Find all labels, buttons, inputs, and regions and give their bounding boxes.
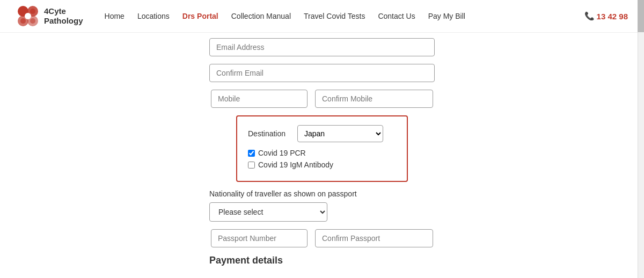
nav-collection-manual[interactable]: Collection Manual: [231, 12, 291, 20]
svg-point-6: [30, 9, 35, 14]
covid-pcr-row: Covid 19 PCR: [248, 149, 396, 157]
phone-icon: 📞: [584, 11, 595, 21]
mobile-input[interactable]: [211, 90, 308, 108]
nav-links: Home Locations Drs Portal Collection Man…: [105, 12, 584, 20]
covid-pcr-label: Covid 19 PCR: [258, 149, 306, 157]
covid-pcr-checkbox[interactable]: [248, 150, 255, 157]
logo-brand-top: 4Cyte: [44, 6, 83, 16]
confirm-mobile-input[interactable]: [315, 90, 433, 108]
destination-select[interactable]: Japan Australia USA UK: [297, 125, 383, 142]
form-section: Destination Japan Australia USA UK Covid…: [0, 38, 644, 272]
logo: 4Cyte Pathology: [16, 4, 83, 28]
nationality-select[interactable]: Please select Australian Japanese: [209, 202, 327, 222]
nationality-label: Nationality of traveller as shown on pas…: [209, 189, 435, 198]
mobile-row: [211, 90, 433, 108]
confirm-email-field-wrapper: [209, 64, 435, 82]
passport-row: [211, 229, 433, 247]
destination-row: Destination Japan Australia USA UK: [248, 125, 396, 142]
navbar: 4Cyte Pathology Home Locations Drs Porta…: [0, 0, 644, 33]
covid-igm-label: Covid 19 IgM Antibody: [258, 160, 333, 169]
nav-home[interactable]: Home: [105, 12, 125, 20]
nav-phone: 📞 13 42 98: [584, 11, 628, 21]
nav-locations[interactable]: Locations: [137, 12, 170, 20]
confirm-email-input[interactable]: [209, 64, 435, 82]
svg-point-8: [30, 18, 35, 24]
nav-drs-portal[interactable]: Drs Portal: [182, 12, 218, 20]
email-input[interactable]: [209, 38, 435, 56]
logo-text: 4Cyte Pathology: [44, 6, 83, 26]
passport-number-input[interactable]: [211, 229, 308, 247]
covid-igm-row: Covid 19 IgM Antibody: [248, 160, 396, 169]
destination-label: Destination: [248, 129, 291, 138]
scrollbar[interactable]: [638, 0, 644, 278]
destination-block: Destination Japan Australia USA UK Covid…: [236, 115, 408, 182]
nav-travel-covid[interactable]: Travel Covid Tests: [304, 12, 365, 20]
nationality-section: Nationality of traveller as shown on pas…: [209, 189, 435, 222]
svg-point-7: [20, 18, 26, 24]
nav-pay-bill[interactable]: Pay My Bill: [428, 12, 465, 20]
page-wrapper: 4Cyte Pathology Home Locations Drs Porta…: [0, 0, 644, 278]
svg-point-5: [20, 9, 26, 14]
payment-heading: Payment details: [209, 255, 435, 266]
email-field-wrapper: [209, 38, 435, 56]
svg-point-4: [25, 13, 31, 19]
confirm-passport-input[interactable]: [315, 229, 433, 247]
nav-contact[interactable]: Contact Us: [378, 12, 415, 20]
logo-icon: [16, 4, 40, 28]
covid-igm-checkbox[interactable]: [248, 162, 255, 169]
logo-brand-bottom: Pathology: [44, 16, 83, 26]
main-content: Destination Japan Australia USA UK Covid…: [0, 33, 644, 278]
phone-number: 13 42 98: [597, 12, 628, 21]
scroll-thumb[interactable]: [638, 0, 644, 32]
